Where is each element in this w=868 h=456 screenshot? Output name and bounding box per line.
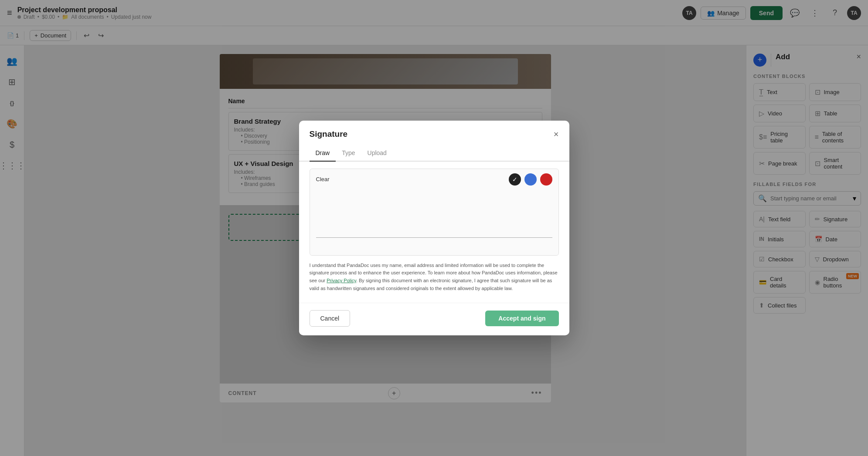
- color-black[interactable]: ✓: [509, 173, 521, 186]
- modal-close-button[interactable]: ×: [554, 130, 559, 138]
- cancel-button[interactable]: Cancel: [310, 310, 351, 327]
- modal-header: Signature ×: [299, 121, 569, 139]
- privacy-policy-link[interactable]: Privacy Policy: [327, 278, 356, 283]
- legal-text: I understand that PandaDoc uses my name,…: [310, 262, 559, 292]
- modal-tabs: Draw Type Upload: [299, 145, 569, 162]
- signature-canvas[interactable]: Clear ✓: [310, 169, 559, 256]
- modal-body: Clear ✓ I understand that PandaDoc uses …: [299, 162, 569, 299]
- accept-sign-button[interactable]: Accept and sign: [485, 311, 558, 326]
- color-picker: ✓: [509, 173, 552, 186]
- color-red[interactable]: [540, 173, 552, 186]
- signature-modal: Signature × Draw Type Upload Clear ✓: [299, 121, 569, 335]
- clear-button[interactable]: Clear: [316, 176, 330, 182]
- tab-draw[interactable]: Draw: [310, 145, 336, 162]
- modal-footer: Cancel Accept and sign: [299, 303, 569, 335]
- color-blue[interactable]: [524, 173, 537, 186]
- modal-title: Signature: [310, 129, 348, 139]
- tab-upload[interactable]: Upload: [361, 145, 393, 162]
- canvas-top: Clear ✓: [310, 169, 558, 190]
- signature-baseline: [316, 237, 552, 238]
- tab-type[interactable]: Type: [336, 145, 361, 162]
- modal-overlay: Signature × Draw Type Upload Clear ✓: [0, 0, 868, 456]
